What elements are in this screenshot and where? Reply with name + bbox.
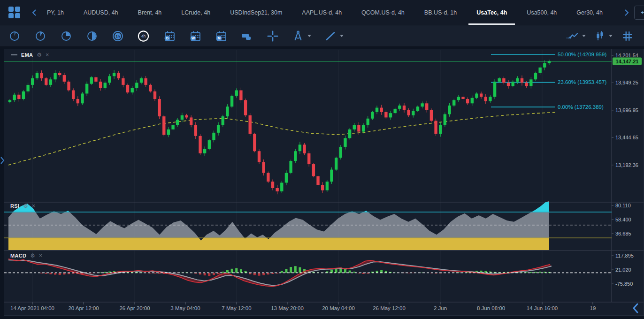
price-pane xyxy=(4,61,612,165)
chevron-left-icon xyxy=(632,303,639,314)
tab-lcrude[interactable]: LCrude, 4h xyxy=(171,0,220,25)
timeframe-1h-button[interactable]: 1h xyxy=(111,30,124,42)
svg-text:D: D xyxy=(166,36,169,40)
current-price-label: 14,147.21 xyxy=(616,59,639,64)
chart-layout-button[interactable] xyxy=(240,30,253,42)
fib-level-label: 50.00% (14209.959) xyxy=(558,52,606,57)
tab-usdindsep21[interactable]: USDIndSep21, 30m xyxy=(220,0,292,25)
fib-level-label: 0.00% (13726.389) xyxy=(558,104,604,110)
chevron-down-icon xyxy=(609,35,613,37)
tab-audusd[interactable]: AUDUSD, 4h xyxy=(74,0,128,25)
timeframe-4h-button-active[interactable]: 4h xyxy=(137,30,150,42)
grid-settings-button[interactable] xyxy=(621,30,634,42)
macd-indicator-label: MACD xyxy=(10,253,26,258)
trading-app-window: PY, 1hAUDUSD, 4hBrent, 4hLCrude, 4hUSDIn… xyxy=(0,0,644,319)
ema-line-swatch xyxy=(11,54,17,55)
time-tick-label: 26 Apr 20:00 xyxy=(119,305,150,311)
toolbar-right-group xyxy=(566,30,634,42)
candlestick-series xyxy=(8,60,551,194)
crosshair-tool-button[interactable] xyxy=(266,30,279,42)
time-tick-label: 20 May 04:00 xyxy=(322,305,355,311)
clock-pie-15m-icon xyxy=(61,30,72,42)
tab-qcom-us-d[interactable]: QCOM.US-d, 4h xyxy=(352,0,414,25)
price-tick-label: 13,696.95 xyxy=(615,107,638,113)
plus-icon: + xyxy=(641,9,644,16)
calendar-monthly-icon: M xyxy=(215,30,227,42)
svg-text:1h: 1h xyxy=(115,34,120,38)
tab-brent[interactable]: Brent, 4h xyxy=(128,0,172,25)
time-tick-label: 14 Jun 16:00 xyxy=(527,305,558,311)
rsi-tick-label: 58.400 xyxy=(615,217,631,222)
chevron-right-icon xyxy=(0,155,5,166)
time-tick-label: 19 xyxy=(590,305,596,311)
timeframe-5m-button[interactable] xyxy=(34,30,46,42)
fib-level-label: 23.60% (13953.457) xyxy=(558,79,606,85)
chart-tab-bar: PY, 1hAUDUSD, 4hBrent, 4hLCrude, 4hUSDIn… xyxy=(0,0,644,25)
macd-tick-label: 117.895 xyxy=(615,253,634,258)
tab-usa500[interactable]: Usa500, 4h xyxy=(517,0,567,25)
macd-tick-label: 21.020 xyxy=(615,267,631,273)
ema-indicator-label: EMA xyxy=(21,52,33,58)
macd-pane xyxy=(4,259,612,287)
macd-settings-gear-icon[interactable]: ⚙ xyxy=(30,253,35,258)
svg-text:4h: 4h xyxy=(141,34,146,38)
timeframe-1m-button[interactable] xyxy=(8,30,21,42)
timeframe-daily-button[interactable]: D xyxy=(163,30,176,42)
tab-ger30[interactable]: Ger30, 4h xyxy=(567,0,613,25)
rsi-settings-gear-icon[interactable]: ⚙ xyxy=(23,203,28,209)
candlestick-type-icon xyxy=(594,30,606,42)
timeframe-weekly-button[interactable]: W xyxy=(189,30,201,42)
timeframe-15m-button[interactable] xyxy=(60,30,72,42)
chevron-down-icon xyxy=(307,35,311,37)
drawing-tools-button[interactable] xyxy=(292,30,311,42)
tab-py[interactable]: PY, 1h xyxy=(37,0,74,25)
rsi-tick-label: 80.110 xyxy=(615,203,631,208)
main-chart-canvas[interactable]: 50.00% (14209.959)23.60% (13953.457)0.00… xyxy=(0,49,644,316)
rsi-close-icon[interactable]: × xyxy=(32,203,35,209)
timeframe-monthly-button[interactable]: M xyxy=(215,30,227,42)
chart-tabs: PY, 1hAUDUSD, 4hBrent, 4hLCrude, 4hUSDIn… xyxy=(37,0,613,25)
indicators-icon xyxy=(566,30,579,42)
rsi-pane xyxy=(4,201,612,250)
expand-side-panel-button[interactable] xyxy=(0,155,5,167)
indicators-button[interactable] xyxy=(566,30,586,42)
tabs-scroll-left-button[interactable] xyxy=(31,8,37,18)
ema-close-icon[interactable]: × xyxy=(46,52,49,58)
clock-pie-5m-icon xyxy=(35,30,46,42)
chart-type-button[interactable] xyxy=(594,30,613,42)
time-tick-label: 26 May 12:00 xyxy=(373,305,406,311)
macd-indicator-header: MACD ⚙ × xyxy=(10,253,42,258)
svg-text:M: M xyxy=(217,36,220,40)
price-tick-label: 13,444.65 xyxy=(615,135,638,140)
tab-bb-us-d[interactable]: BB.US-d, 1h xyxy=(414,0,467,25)
rsi-indicator-label: RSI xyxy=(10,203,19,209)
multi-chart-icon xyxy=(241,30,253,42)
app-launcher-icon[interactable] xyxy=(8,7,20,19)
ema-indicator-header: EMA ⚙ × xyxy=(11,52,49,58)
time-tick-label: 13 May 20:00 xyxy=(271,305,304,311)
macd-tick-label: -75.850 xyxy=(615,281,633,287)
calendar-daily-icon: D xyxy=(163,30,176,42)
time-tick-label: 20 Apr 12:00 xyxy=(68,305,99,311)
time-tick-label: 3 May 04:00 xyxy=(170,305,200,311)
trend-line-tool-button[interactable] xyxy=(324,30,344,42)
add-chart-button[interactable]: +Add Chart xyxy=(634,6,644,20)
price-axis: 14,201.5413,949.2513,696.9513,444.6513,1… xyxy=(612,53,642,287)
price-tick-label: 13,192.36 xyxy=(615,162,638,168)
ema-settings-gear-icon[interactable]: ⚙ xyxy=(37,52,42,58)
chevron-right-icon xyxy=(624,9,629,16)
chevron-down-icon xyxy=(340,35,344,37)
crosshair-icon xyxy=(267,30,279,42)
macd-close-icon[interactable]: × xyxy=(39,253,42,258)
clock-pie-30m-icon xyxy=(86,30,98,42)
chart-toolbar: 1h 4h D xyxy=(0,25,644,47)
timeframe-30m-button[interactable] xyxy=(85,30,98,42)
tab-aapl-us-d[interactable]: AAPL.US-d, 4h xyxy=(292,0,352,25)
rsi-tick-label: 36.685 xyxy=(615,231,631,236)
ema-line xyxy=(8,112,556,165)
tab-usatec[interactable]: UsaTec, 4h xyxy=(467,0,517,25)
svg-text:W: W xyxy=(191,36,195,40)
toolbar-left-group: 1h 4h D xyxy=(8,30,344,42)
tabs-scroll-right-button[interactable] xyxy=(624,8,629,18)
collapse-bottom-panel-button[interactable] xyxy=(632,303,639,316)
